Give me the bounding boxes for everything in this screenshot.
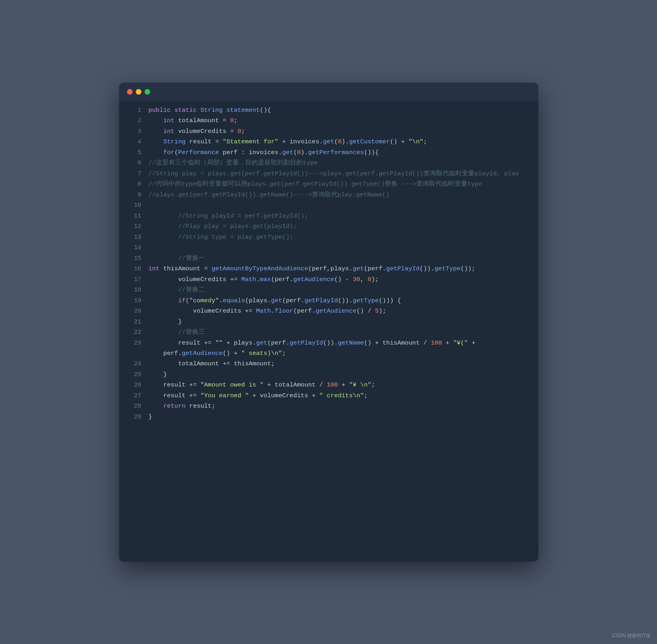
line-content: volumeCredits += Math.floor(perf.getAudi… [149,306,530,316]
code-line: 8//代码中的type临时变量都可以用plays.get(perf.getPla… [119,179,538,190]
line-number: 6 [127,158,141,168]
code-line: 18 //替换二 [119,285,538,295]
code-line: 2 int totalAmount = 0; [119,115,538,126]
line-number: 9 [127,190,141,200]
code-line: 19 if("comedy".equals(plays.get(perf.get… [119,295,538,306]
line-content: //plays.get(perf.getPlayId()).getName()-… [149,190,530,200]
line-content: volumeCredits += Math.max(perf.getAudien… [149,274,530,285]
code-line: 21 } [119,317,538,327]
line-number: 7 [127,168,141,179]
line-content: return result; [149,401,530,411]
code-line: 4 String result = "Statement for" + invo… [119,137,538,147]
title-bar [119,83,538,101]
line-content: int totalAmount = 0; [149,115,530,126]
line-content: result += "You earned " + volumeCredits … [149,390,530,401]
code-window: 1public static String statement(){2 int … [119,83,538,562]
line-content: //String type = play.getType(); [149,232,530,242]
line-content: } [149,317,530,327]
line-number: 1 [127,105,141,116]
code-line: 29} [119,412,538,422]
line-number: 2 [127,115,141,126]
line-number: 20 [127,306,141,317]
code-line: 16int thisAmount = getAmountByTypeAndAud… [119,264,538,274]
line-number: 14 [127,242,141,253]
line-number: 22 [127,327,141,338]
line-content: result += "" + plays.get(perf.getPlayId(… [149,338,530,359]
line-content: //替换一 [149,253,530,264]
code-line: 1public static String statement(){ [119,105,538,116]
line-number: 21 [127,317,141,327]
line-content: //String play = plays.get(perf.getPlayId… [149,168,530,179]
code-line: 14 [119,242,538,253]
line-content: int volumeCredits = 0; [149,126,530,137]
code-area: 1public static String statement(){2 int … [119,101,538,426]
line-number: 4 [127,137,141,147]
line-number: 10 [127,200,141,211]
line-number: 25 [127,369,141,380]
code-line: 28 return result; [119,401,538,412]
line-number: 19 [127,295,141,306]
code-line: 24 totalAmount += thisAmount; [119,359,538,369]
code-line: 6//这里有三个临时（局部）变量，目的是获取到剧目的type [119,158,538,168]
code-line: 9//plays.get(perf.getPlayId()).getName()… [119,190,538,200]
line-number: 28 [127,401,141,412]
line-content: for(Performance perf : invoices.get(0).g… [149,147,530,158]
line-number: 23 [127,338,141,349]
code-line: 23 result += "" + plays.get(perf.getPlay… [119,338,538,359]
line-content: totalAmount += thisAmount; [149,359,530,369]
line-content: //Play play = plays.get(playId); [149,221,530,232]
line-number: 18 [127,285,141,295]
line-number: 8 [127,179,141,190]
line-number: 11 [127,211,141,222]
line-content: //代码中的type临时变量都可以用plays.get(perf.getPlay… [149,179,530,189]
line-content: public static String statement(){ [149,105,530,115]
line-number: 27 [127,390,141,401]
code-line: 22 //替换三 [119,327,538,338]
code-line: 10 [119,200,538,211]
code-line: 3 int volumeCredits = 0; [119,126,538,137]
line-number: 24 [127,359,141,369]
maximize-dot[interactable] [145,89,150,95]
line-number: 26 [127,380,141,390]
line-content: //String playId = perf.getPlayId(); [149,211,530,221]
line-number: 13 [127,232,141,243]
line-number: 29 [127,412,141,422]
line-content: int thisAmount = getAmountByTypeAndAudie… [149,264,530,274]
line-content: } [149,369,530,380]
code-line: 20 volumeCredits += Math.floor(perf.getA… [119,306,538,317]
line-content: } [149,412,530,422]
line-number: 16 [127,264,141,274]
close-dot[interactable] [127,89,133,95]
line-content: if("comedy".equals(plays.get(perf.getPla… [149,295,530,306]
code-line: 17 volumeCredits += Math.max(perf.getAud… [119,274,538,285]
line-content: //替换三 [149,327,530,337]
watermark: CSDN @徐州IT攻 [612,632,651,639]
code-line: 5 for(Performance perf : invoices.get(0)… [119,147,538,158]
code-line: 15 //替换一 [119,253,538,264]
code-line: 25 } [119,369,538,380]
line-number: 12 [127,221,141,232]
code-line: 12 //Play play = plays.get(playId); [119,221,538,232]
code-line: 11 //String playId = perf.getPlayId(); [119,211,538,222]
line-content: //替换二 [149,285,530,295]
code-line: 13 //String type = play.getType(); [119,232,538,243]
code-line: 7//String play = plays.get(perf.getPlayI… [119,168,538,179]
line-content: //这里有三个临时（局部）变量，目的是获取到剧目的type [149,158,530,168]
line-content: String result = "Statement for" + invoic… [149,137,530,147]
code-line: 26 result += "Amount owed is " + totalAm… [119,380,538,390]
line-number: 17 [127,274,141,285]
code-line: 27 result += "You earned " + volumeCredi… [119,390,538,401]
line-content: result += "Amount owed is " + totalAmoun… [149,380,530,390]
line-number: 5 [127,147,141,158]
line-number: 15 [127,253,141,264]
line-number: 3 [127,126,141,137]
minimize-dot[interactable] [136,89,141,95]
